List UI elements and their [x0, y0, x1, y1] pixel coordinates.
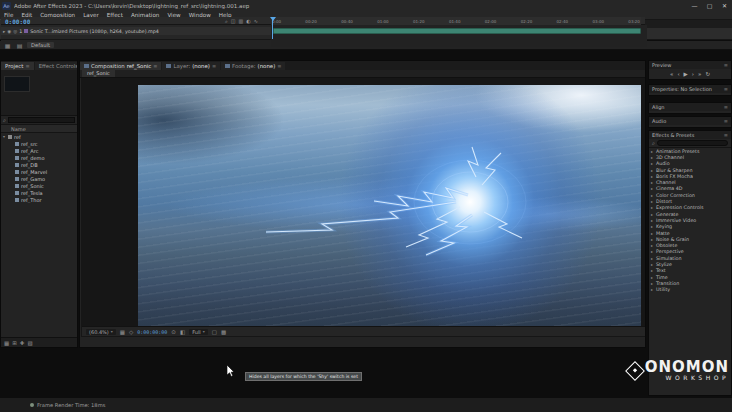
project-search-row: ⌕: [1, 116, 77, 125]
chevron-down-icon: ▾: [203, 329, 205, 334]
magnification-select[interactable]: (60.4%)▾: [86, 329, 116, 335]
viewer-timecode[interactable]: 0:00:00:00: [137, 329, 167, 335]
project-item-row[interactable]: ▾ ref_DB: [1, 161, 77, 168]
project-item-row[interactable]: ▾ ref_Marvel: [1, 168, 77, 175]
viewer-controls: (60.4%)▾ ▦ ◇ 0:00:00:00 ⊙ ◧ Full▾ ▢ ▩: [82, 326, 645, 336]
effects-search-input[interactable]: [657, 140, 728, 146]
chevron-right-icon[interactable]: ▸: [3, 29, 5, 34]
loop-icon[interactable]: ↻: [705, 71, 710, 77]
interpret-footage-icon[interactable]: ▦: [4, 340, 9, 346]
frame-blending-icon[interactable]: ▥: [239, 18, 244, 25]
project-item-row[interactable]: ▾ ref_Tesla: [1, 189, 77, 196]
layer-row[interactable]: ▸ ◉ ◎ 1 Sonic T...imized Pictures (1080p…: [1, 27, 271, 35]
effects-category-row[interactable]: ▸ Utility: [649, 287, 731, 293]
minimize-button[interactable]: —: [687, 0, 702, 11]
shy-toggle-icon[interactable]: ◫: [231, 18, 236, 25]
transparency-grid-icon[interactable]: ▩: [221, 329, 226, 335]
project-item-row[interactable]: ▾ ref_Sonic: [1, 182, 77, 189]
search-icon: ⌕: [652, 140, 655, 147]
project-name-column-header[interactable]: Name: [1, 125, 77, 133]
label-color-tag[interactable]: [15, 184, 19, 188]
play-button[interactable]: ▶: [684, 71, 688, 77]
project-item-tree: ▾ ref ▾ ref_src ▾ ref_Arc ▾: [1, 133, 77, 203]
panel-menu-icon[interactable]: ≡: [212, 63, 216, 69]
align-panel-header[interactable]: Align≡: [649, 103, 731, 111]
after-effects-window: Ae Adobe After Effects 2023 - C:\Users\k…: [0, 0, 732, 412]
panel-menu-icon[interactable]: ≡: [724, 62, 728, 68]
panel-menu-icon[interactable]: ≡: [724, 118, 728, 124]
effects-panel-header[interactable]: Effects & Presets≡: [649, 131, 731, 139]
panel-menu-icon[interactable]: ≡: [25, 63, 29, 69]
preview-panel-header[interactable]: Preview≡: [649, 61, 731, 69]
new-composition-icon[interactable]: ✚: [20, 340, 25, 346]
project-search-input[interactable]: [8, 117, 75, 123]
label-color-tag[interactable]: [8, 135, 12, 139]
show-channel-icon[interactable]: ◧: [180, 329, 185, 335]
resolution-select[interactable]: Full▾: [189, 329, 208, 335]
composition-search-icon[interactable]: ⌕: [225, 18, 228, 25]
panel-menu-icon[interactable]: ≡: [277, 63, 281, 69]
delete-icon[interactable]: ▨: [27, 340, 32, 346]
first-frame-icon[interactable]: «: [670, 71, 673, 77]
mouse-cursor: [227, 362, 235, 381]
project-item-row[interactable]: ▾ ref_Arc: [1, 147, 77, 154]
label-color-tag[interactable]: [15, 191, 19, 195]
panel-tab[interactable]: Layer: (none) ≡: [162, 62, 220, 70]
label-color-tag[interactable]: [15, 170, 19, 174]
grid-icon[interactable]: ▦: [3, 42, 12, 49]
panel-menu-icon[interactable]: ≡: [724, 104, 728, 110]
project-item-row[interactable]: ▾ ref_Thor: [1, 196, 77, 203]
audio-toggle-icon[interactable]: ◎: [13, 29, 17, 34]
label-color-tag[interactable]: [15, 198, 19, 202]
label-color-tag[interactable]: [15, 156, 19, 160]
label-color-tag[interactable]: [15, 177, 19, 181]
properties-panel-header[interactable]: Properties: No Selection≡: [649, 85, 731, 93]
panel-tab[interactable]: Effect Controls≡: [35, 62, 77, 70]
transport-controls: «‹▶›»↻: [649, 69, 731, 79]
layer-color-tag[interactable]: [24, 29, 28, 33]
panel-layout-icon[interactable]: ▤: [15, 42, 24, 49]
motion-blur-icon[interactable]: ◐: [246, 18, 250, 25]
project-item-row[interactable]: ▾ ref_Gamo: [1, 175, 77, 182]
current-time-field[interactable]: 0:00:00: [5, 18, 30, 25]
label-color-tag[interactable]: [15, 142, 19, 146]
render-status-icon: [30, 403, 34, 407]
panel-menu-icon[interactable]: ≡: [724, 132, 728, 138]
panel-menu-icon[interactable]: ≡: [724, 86, 728, 92]
status-bar: Frame Render Time: 18ms: [0, 398, 732, 412]
mask-visibility-icon[interactable]: ◇: [129, 329, 133, 335]
ruler-label: 01:20: [413, 19, 425, 24]
timeline-header: 0:00:00 ⌕ ◫ ▥ ◐ ∿ 0:0000:2000:4001:0001:…: [1, 17, 645, 25]
next-frame-icon[interactable]: ›: [692, 71, 694, 77]
time-ruler[interactable]: 0:0000:2000:4001:0001:2001:4002:0002:200…: [271, 17, 641, 25]
project-item-row[interactable]: ▾ ref_src: [1, 140, 77, 147]
video-toggle-icon[interactable]: ◉: [7, 29, 11, 34]
project-item-row[interactable]: ▾ ref_demo: [1, 154, 77, 161]
panel-menu-icon[interactable]: ≡: [153, 63, 157, 69]
composition-frame: [138, 85, 641, 334]
viewer-tab-ref-sonic[interactable]: ref_Sonic: [82, 69, 115, 77]
label-color-tag[interactable]: [15, 163, 19, 167]
current-time-indicator[interactable]: [272, 17, 273, 39]
previous-frame-icon[interactable]: ‹: [677, 71, 679, 77]
last-frame-icon[interactable]: »: [698, 71, 701, 77]
maximize-button[interactable]: ▢: [702, 0, 717, 11]
panel-tab[interactable]: Footage: (none) ≡: [221, 62, 285, 70]
panel-tab[interactable]: Project≡: [1, 62, 34, 70]
window-controls: — ▢ ✕: [687, 0, 732, 11]
project-item-row[interactable]: ▾ ref: [1, 133, 77, 140]
grid-guides-icon[interactable]: ▦: [120, 329, 125, 335]
graph-editor-icon[interactable]: ∿: [254, 18, 258, 25]
new-folder-icon[interactable]: ⊞: [12, 340, 17, 346]
timeline-body: ▸ ◉ ◎ 1 Sonic T...imized Pictures (1080p…: [1, 25, 645, 39]
project-panel: Project≡Effect Controls≡ ⌕ Name ▾ ref ▾: [0, 60, 78, 348]
region-of-interest-icon[interactable]: ▢: [212, 329, 217, 335]
audio-panel-header[interactable]: Audio≡: [649, 117, 731, 125]
label-color-tag[interactable]: [15, 149, 19, 153]
composition-viewer[interactable]: (60.4%)▾ ▦ ◇ 0:00:00:00 ⊙ ◧ Full▾ ▢ ▩: [81, 78, 645, 337]
snapshot-icon[interactable]: ⊙: [171, 329, 176, 335]
workspace-selector[interactable]: Default: [27, 42, 54, 48]
close-button[interactable]: ✕: [717, 0, 732, 11]
layer-duration-bar[interactable]: [273, 28, 641, 34]
layer-source-name[interactable]: Sonic T...imized Pictures (1080p, h264, …: [30, 29, 159, 34]
